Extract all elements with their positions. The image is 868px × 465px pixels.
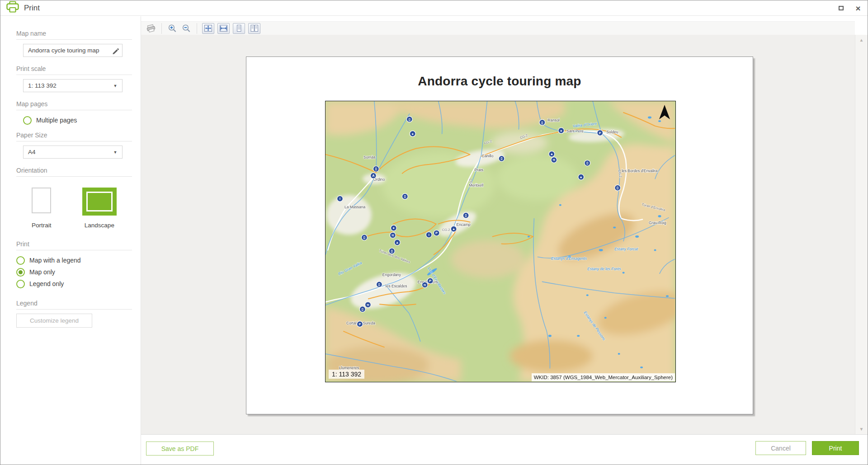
legend-only-radio[interactable] bbox=[16, 280, 25, 288]
map-poi-glyph: ▯ bbox=[465, 213, 467, 217]
map-title: Andorra cycle touring map bbox=[246, 74, 753, 89]
map-with-legend-radio[interactable] bbox=[16, 256, 25, 265]
map-town-label: les Bordes d'Envalira bbox=[622, 169, 658, 173]
map-poi-glyph: P bbox=[429, 279, 431, 283]
paper-size-dropdown[interactable]: A4 ▼ bbox=[23, 146, 123, 159]
print-scale-dropdown[interactable]: 1: 113 392 ▼ bbox=[23, 79, 123, 92]
print-preview-icon[interactable] bbox=[145, 23, 157, 34]
map-poi-glyph: ● bbox=[393, 226, 395, 230]
map-name-field-wrap bbox=[23, 44, 123, 57]
paper-size-value: A4 bbox=[24, 149, 108, 155]
map-water-label: Estanys d'Ensagents bbox=[551, 256, 587, 261]
map-town-label: Meritxell bbox=[469, 183, 484, 188]
orientation-landscape[interactable]: Landscape bbox=[82, 188, 117, 229]
map-town-label: Sant Pere bbox=[566, 129, 584, 133]
multiple-pages-option[interactable]: Multiple pages bbox=[23, 114, 141, 126]
paper-size-label: Paper Size bbox=[16, 132, 132, 141]
map-poi-glyph: ▲ bbox=[452, 227, 455, 231]
map-town-label: Soldeu bbox=[606, 130, 618, 134]
terrain-map: CG-2CG-2CG-2CG-2CG-2Túnel dels dos Valir… bbox=[326, 101, 675, 381]
maximize-icon bbox=[839, 6, 844, 10]
close-icon: × bbox=[855, 4, 860, 13]
save-as-pdf-button[interactable]: Save as PDF bbox=[146, 442, 214, 456]
chevron-down-icon: ▼ bbox=[108, 146, 122, 158]
orientation-label: Orientation bbox=[16, 167, 132, 177]
titlebar: Print × bbox=[0, 0, 868, 16]
print-button[interactable]: Print bbox=[812, 441, 859, 455]
orientation-portrait[interactable]: Portrait bbox=[32, 188, 52, 229]
map-poi-glyph: ● bbox=[560, 129, 562, 133]
map-pages-label: Map pages bbox=[16, 100, 132, 110]
dialog-footer: Save as PDF Cancel Print bbox=[141, 434, 868, 465]
print-preview-canvas: ▲ ▼ Andorra cycle touring map bbox=[141, 35, 868, 434]
map-wkid-label: WKID: 3857 (WGS_1984_Web_Mercator_Auxili… bbox=[532, 373, 675, 381]
map-poi-glyph: π bbox=[424, 283, 426, 287]
map-poi-glyph: ▯ bbox=[617, 186, 618, 190]
multiple-pages-radio[interactable] bbox=[23, 116, 32, 125]
map-town-label: Engordany bbox=[382, 272, 401, 277]
landscape-icon bbox=[82, 188, 117, 216]
map-town-label: les Escaldes bbox=[386, 284, 407, 288]
map-poi-glyph: ▯ bbox=[541, 121, 543, 125]
map-town-label: Prats bbox=[475, 168, 484, 172]
map-poi-glyph: P bbox=[599, 131, 601, 135]
vertical-scrollbar[interactable]: ▲ ▼ bbox=[855, 35, 868, 434]
toolbar-separator bbox=[161, 23, 162, 34]
map-image: CG-2CG-2CG-2CG-2CG-2Túnel dels dos Valir… bbox=[325, 101, 676, 382]
print-option-legend-only[interactable]: Legend only bbox=[16, 278, 141, 290]
scroll-up-icon[interactable]: ▲ bbox=[859, 38, 864, 42]
scroll-down-icon[interactable]: ▼ bbox=[859, 427, 864, 432]
print-section-label: Print bbox=[16, 240, 132, 250]
map-name-input[interactable] bbox=[24, 47, 108, 54]
maximize-button[interactable] bbox=[834, 2, 848, 14]
printer-icon bbox=[6, 1, 19, 15]
customize-legend-button[interactable]: Customize legend bbox=[16, 314, 92, 328]
map-town-label: Sornàs bbox=[363, 155, 376, 160]
print-option-map-with-legend[interactable]: Map with a legend bbox=[16, 254, 141, 266]
zoom-out-icon[interactable] bbox=[180, 23, 193, 34]
map-poi-glyph: π bbox=[367, 303, 369, 307]
map-poi-glyph: P bbox=[435, 231, 438, 235]
map-poi-glyph: i bbox=[429, 233, 429, 237]
map-poi-glyph: ▯ bbox=[362, 307, 363, 311]
map-poi-glyph: ▲ bbox=[580, 175, 583, 179]
window-title: Print bbox=[24, 4, 40, 13]
map-poi-glyph: π bbox=[552, 158, 555, 162]
edit-pencil-icon[interactable] bbox=[108, 44, 122, 56]
preview-toolbar bbox=[141, 21, 855, 35]
two-pages-icon[interactable] bbox=[248, 23, 260, 34]
portrait-icon bbox=[32, 188, 51, 213]
preview-pane: ▲ ▼ Andorra cycle touring map bbox=[141, 16, 868, 465]
map-poi-glyph: ▯ bbox=[375, 167, 377, 171]
map-only-radio[interactable] bbox=[16, 268, 25, 277]
chevron-down-icon: ▼ bbox=[108, 80, 122, 92]
multiple-pages-text: Multiple pages bbox=[36, 117, 77, 124]
cancel-button[interactable]: Cancel bbox=[755, 441, 806, 455]
map-poi-glyph: ▯ bbox=[391, 249, 393, 253]
north-arrow-icon bbox=[658, 104, 671, 122]
map-town-label: Grau Roig bbox=[649, 221, 666, 225]
one-page-icon[interactable] bbox=[233, 23, 245, 34]
map-water-label: Estany Forcat bbox=[614, 247, 638, 251]
map-poi-glyph: ▯ bbox=[586, 161, 588, 165]
map-poi-glyph: ▯ bbox=[378, 282, 380, 287]
map-poi-glyph: ▲ bbox=[550, 152, 553, 156]
map-town-label: Encamp bbox=[457, 222, 471, 227]
close-button[interactable]: × bbox=[851, 2, 865, 14]
map-poi-glyph: i bbox=[340, 197, 340, 201]
print-scale-value: 1: 113 392 bbox=[24, 82, 108, 89]
legend-section-label: Legend bbox=[16, 300, 132, 310]
map-poi-glyph: P bbox=[359, 322, 361, 326]
map-town-label: La Massana bbox=[344, 205, 365, 209]
map-scale-label: 1: 113 392 bbox=[329, 370, 364, 379]
zoom-in-icon[interactable] bbox=[166, 23, 179, 34]
print-dialog: Print × Map name Print scale 1: 113 392 … bbox=[0, 0, 868, 465]
print-scale-label: Print scale bbox=[16, 65, 132, 75]
print-option-map-only[interactable]: Map only bbox=[16, 266, 141, 278]
map-poi-glyph: ▯ bbox=[409, 117, 410, 122]
fit-width-icon[interactable] bbox=[217, 23, 230, 34]
map-poi-glyph: π bbox=[392, 233, 394, 237]
portrait-label: Portrait bbox=[32, 222, 52, 229]
zoom-whole-page-icon[interactable] bbox=[202, 23, 214, 34]
map-town-label: Canillo bbox=[482, 154, 494, 158]
